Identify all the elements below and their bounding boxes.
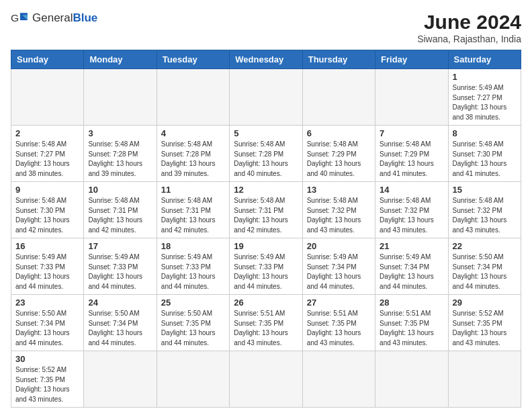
day-number: 20 [307,241,371,251]
calendar-cell: 10Sunrise: 5:48 AM Sunset: 7:31 PM Dayli… [84,182,157,238]
day-info: Sunrise: 5:51 AM Sunset: 7:35 PM Dayligh… [307,309,371,348]
calendar-cell: 29Sunrise: 5:52 AM Sunset: 7:35 PM Dayli… [448,295,521,351]
day-info: Sunrise: 5:48 AM Sunset: 7:31 PM Dayligh… [234,196,298,235]
day-info: Sunrise: 5:48 AM Sunset: 7:32 PM Dayligh… [307,196,371,235]
day-info: Sunrise: 5:50 AM Sunset: 7:35 PM Dayligh… [161,309,225,348]
logo: G GeneralBlue [11,11,97,26]
day-number: 15 [453,185,517,195]
calendar-cell [302,69,375,126]
calendar-cell: 22Sunrise: 5:50 AM Sunset: 7:34 PM Dayli… [448,238,521,295]
calendar-cell: 14Sunrise: 5:48 AM Sunset: 7:32 PM Dayli… [375,182,448,238]
day-number: 7 [380,128,443,138]
day-number: 6 [307,128,371,138]
day-number: 18 [161,241,225,251]
logo-icon: G [11,11,30,26]
calendar-cell: 2Sunrise: 5:48 AM Sunset: 7:27 PM Daylig… [11,126,84,182]
day-info: Sunrise: 5:52 AM Sunset: 7:35 PM Dayligh… [453,309,517,348]
day-info: Sunrise: 5:48 AM Sunset: 7:32 PM Dayligh… [453,196,517,235]
week-row-5: 23Sunrise: 5:50 AM Sunset: 7:34 PM Dayli… [11,295,521,351]
weekday-header-friday: Friday [375,50,448,69]
calendar-cell: 11Sunrise: 5:48 AM Sunset: 7:31 PM Dayli… [157,182,229,238]
day-number: 24 [88,298,152,308]
day-info: Sunrise: 5:49 AM Sunset: 7:34 PM Dayligh… [380,253,443,291]
calendar-cell: 26Sunrise: 5:51 AM Sunset: 7:35 PM Dayli… [230,295,302,351]
title-block: June 2024 Siwana, Rajasthan, India [417,11,521,44]
calendar-cell [84,351,157,408]
day-info: Sunrise: 5:49 AM Sunset: 7:33 PM Dayligh… [88,253,152,291]
calendar-cell: 19Sunrise: 5:49 AM Sunset: 7:33 PM Dayli… [230,238,302,295]
day-info: Sunrise: 5:52 AM Sunset: 7:35 PM Dayligh… [15,365,79,404]
calendar-cell [375,69,448,126]
calendar-cell: 25Sunrise: 5:50 AM Sunset: 7:35 PM Dayli… [157,295,229,351]
day-number: 16 [15,241,79,251]
calendar-cell: 4Sunrise: 5:48 AM Sunset: 7:28 PM Daylig… [157,126,229,182]
day-number: 10 [88,185,152,195]
week-row-2: 2Sunrise: 5:48 AM Sunset: 7:27 PM Daylig… [11,126,521,182]
page-header: G GeneralBlue June 2024 Siwana, Rajastha… [11,11,521,44]
day-info: Sunrise: 5:48 AM Sunset: 7:29 PM Dayligh… [307,140,371,179]
day-number: 30 [15,354,79,364]
day-info: Sunrise: 5:48 AM Sunset: 7:27 PM Dayligh… [15,140,79,179]
day-number: 28 [380,298,443,308]
day-number: 9 [15,185,79,195]
calendar-cell: 20Sunrise: 5:49 AM Sunset: 7:34 PM Dayli… [302,238,375,295]
calendar-cell: 18Sunrise: 5:49 AM Sunset: 7:33 PM Dayli… [157,238,229,295]
weekday-header-thursday: Thursday [302,50,375,69]
day-number: 27 [307,298,371,308]
day-number: 5 [234,128,298,138]
weekday-header-monday: Monday [84,50,157,69]
svg-text:G: G [11,12,19,24]
calendar-cell: 8Sunrise: 5:48 AM Sunset: 7:30 PM Daylig… [448,126,521,182]
calendar-cell: 7Sunrise: 5:48 AM Sunset: 7:29 PM Daylig… [375,126,448,182]
calendar-cell: 1Sunrise: 5:49 AM Sunset: 7:27 PM Daylig… [448,69,521,126]
calendar-cell [157,351,229,408]
calendar-cell: 24Sunrise: 5:50 AM Sunset: 7:34 PM Dayli… [84,295,157,351]
day-info: Sunrise: 5:49 AM Sunset: 7:33 PM Dayligh… [15,253,79,291]
weekday-header-sunday: Sunday [11,50,84,69]
calendar-cell: 15Sunrise: 5:48 AM Sunset: 7:32 PM Dayli… [448,182,521,238]
day-info: Sunrise: 5:48 AM Sunset: 7:30 PM Dayligh… [15,196,79,235]
day-number: 21 [380,241,443,251]
calendar-cell [448,351,521,408]
day-info: Sunrise: 5:51 AM Sunset: 7:35 PM Dayligh… [380,309,443,348]
day-info: Sunrise: 5:48 AM Sunset: 7:31 PM Dayligh… [161,196,225,235]
day-info: Sunrise: 5:50 AM Sunset: 7:34 PM Dayligh… [15,309,79,348]
calendar-cell: 17Sunrise: 5:49 AM Sunset: 7:33 PM Dayli… [84,238,157,295]
calendar-cell [230,351,302,408]
day-number: 23 [15,298,79,308]
calendar-cell: 30Sunrise: 5:52 AM Sunset: 7:35 PM Dayli… [11,351,84,408]
day-number: 12 [234,185,298,195]
day-info: Sunrise: 5:48 AM Sunset: 7:28 PM Dayligh… [161,140,225,179]
weekday-header-tuesday: Tuesday [157,50,229,69]
day-info: Sunrise: 5:48 AM Sunset: 7:32 PM Dayligh… [380,196,443,235]
calendar-cell: 23Sunrise: 5:50 AM Sunset: 7:34 PM Dayli… [11,295,84,351]
calendar-cell: 12Sunrise: 5:48 AM Sunset: 7:31 PM Dayli… [230,182,302,238]
day-info: Sunrise: 5:48 AM Sunset: 7:31 PM Dayligh… [88,196,152,235]
calendar-cell: 6Sunrise: 5:48 AM Sunset: 7:29 PM Daylig… [302,126,375,182]
day-number: 1 [453,72,517,82]
calendar-cell [302,351,375,408]
calendar-cell: 3Sunrise: 5:48 AM Sunset: 7:28 PM Daylig… [84,126,157,182]
day-number: 29 [453,298,517,308]
calendar-cell: 5Sunrise: 5:48 AM Sunset: 7:28 PM Daylig… [230,126,302,182]
day-number: 11 [161,185,225,195]
calendar-cell: 28Sunrise: 5:51 AM Sunset: 7:35 PM Dayli… [375,295,448,351]
calendar-cell [11,69,84,126]
day-number: 26 [234,298,298,308]
calendar-cell [157,69,229,126]
weekday-header-row: SundayMondayTuesdayWednesdayThursdayFrid… [11,50,521,69]
day-number: 8 [453,128,517,138]
weekday-header-wednesday: Wednesday [230,50,302,69]
day-info: Sunrise: 5:49 AM Sunset: 7:33 PM Dayligh… [161,253,225,291]
calendar-cell [84,69,157,126]
week-row-6: 30Sunrise: 5:52 AM Sunset: 7:35 PM Dayli… [11,351,521,408]
day-number: 17 [88,241,152,251]
day-number: 22 [453,241,517,251]
week-row-3: 9Sunrise: 5:48 AM Sunset: 7:30 PM Daylig… [11,182,521,238]
calendar-cell: 27Sunrise: 5:51 AM Sunset: 7:35 PM Dayli… [302,295,375,351]
day-number: 4 [161,128,225,138]
day-info: Sunrise: 5:50 AM Sunset: 7:34 PM Dayligh… [88,309,152,348]
location: Siwana, Rajasthan, India [417,34,521,44]
calendar-cell: 21Sunrise: 5:49 AM Sunset: 7:34 PM Dayli… [375,238,448,295]
day-info: Sunrise: 5:51 AM Sunset: 7:35 PM Dayligh… [234,309,298,348]
